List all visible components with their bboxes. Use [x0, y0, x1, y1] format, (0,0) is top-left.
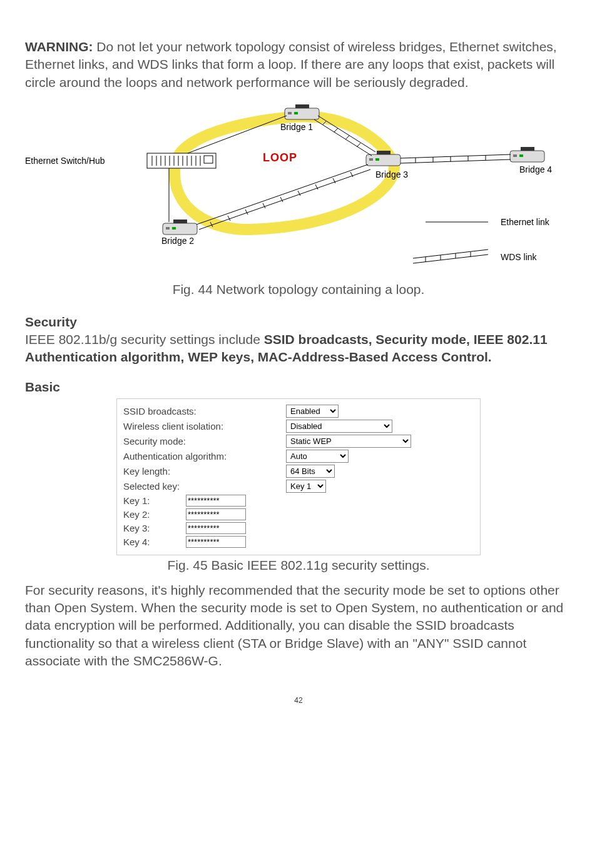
key1-label: Key 1: — [123, 495, 186, 506]
warning-text: Do not let your network topology consist… — [25, 39, 557, 89]
svg-line-39 — [280, 197, 283, 202]
security-mode-select[interactable]: Static WEP — [286, 435, 411, 448]
key4-input[interactable] — [186, 536, 246, 548]
security-heading: Security — [25, 315, 572, 330]
network-topology-diagram: Ethernet Switch/Hub Bridge 1 Bridge 2 Br… — [25, 104, 576, 280]
key3-input[interactable] — [186, 522, 246, 534]
svg-rect-24 — [377, 151, 390, 154]
svg-rect-26 — [375, 158, 379, 161]
svg-line-58 — [413, 250, 488, 258]
security-paragraph: IEEE 802.11b/g security settings include… — [25, 331, 572, 366]
keylen-label: Key length: — [123, 466, 286, 477]
svg-line-50 — [401, 154, 511, 158]
security-settings-form: SSID broadcasts: Enabled Wireless client… — [116, 398, 481, 555]
ssid-select[interactable]: Enabled — [286, 405, 339, 418]
key1-input[interactable] — [186, 495, 246, 507]
diagram-label-bridge4: Bridge 4 — [519, 164, 552, 174]
svg-line-38 — [263, 203, 265, 208]
diagram-label-eth-link: Ethernet link — [501, 217, 549, 227]
warning-paragraph: WARNING: Do not let your network topolog… — [25, 38, 572, 91]
svg-rect-29 — [513, 154, 517, 157]
page-number: 42 — [25, 696, 572, 705]
isolation-select[interactable]: Disabled — [286, 420, 392, 433]
key4-label: Key 4: — [123, 537, 186, 547]
figure-45-caption: Fig. 45 Basic IEEE 802.11g security sett… — [25, 558, 572, 573]
svg-line-49 — [357, 143, 360, 147]
svg-rect-15 — [295, 104, 309, 108]
svg-line-34 — [199, 169, 370, 230]
key3-label: Key 3: — [123, 523, 186, 533]
diagram-label-loop: LOOP — [263, 151, 297, 164]
svg-line-51 — [401, 159, 511, 163]
svg-rect-13 — [204, 156, 213, 163]
svg-rect-21 — [166, 227, 170, 230]
svg-rect-20 — [173, 220, 187, 223]
figure-44-caption: Fig. 44 Network topology containing a lo… — [25, 282, 572, 297]
diagram-label-bridge1: Bridge 1 — [280, 122, 313, 132]
svg-line-59 — [413, 255, 488, 263]
auth-label: Authentication algorithm: — [123, 451, 286, 462]
warning-label: WARNING: — [25, 39, 93, 54]
svg-rect-30 — [519, 154, 523, 157]
diagram-label-switch: Ethernet Switch/Hub — [25, 156, 105, 166]
selkey-label: Selected key: — [123, 481, 286, 492]
after-paragraph: For security reasons, it's highly recomm… — [25, 582, 572, 670]
key2-label: Key 2: — [123, 509, 186, 520]
selkey-select[interactable]: Key 1 — [286, 480, 326, 493]
diagram-label-wds-link: WDS link — [501, 252, 537, 262]
svg-line-47 — [334, 128, 338, 132]
keylen-select[interactable]: 64 Bits — [286, 465, 335, 478]
isolation-label: Wireless client isolation: — [123, 421, 286, 431]
svg-rect-28 — [521, 147, 534, 151]
security-mode-label: Security mode: — [123, 436, 286, 447]
basic-heading: Basic — [25, 380, 572, 395]
svg-rect-25 — [369, 158, 373, 161]
key2-input[interactable] — [186, 508, 246, 520]
diagram-label-bridge3: Bridge 3 — [375, 169, 408, 179]
svg-rect-16 — [288, 112, 292, 114]
ssid-label: SSID broadcasts: — [123, 406, 286, 416]
svg-line-37 — [245, 209, 248, 214]
svg-line-36 — [228, 216, 230, 221]
diagram-label-bridge2: Bridge 2 — [161, 236, 194, 246]
security-text-prefix: IEEE 802.11b/g security settings include — [25, 332, 264, 346]
auth-select[interactable]: Auto — [286, 450, 349, 463]
svg-rect-17 — [294, 112, 298, 114]
svg-line-48 — [345, 136, 349, 139]
svg-rect-22 — [172, 227, 176, 230]
